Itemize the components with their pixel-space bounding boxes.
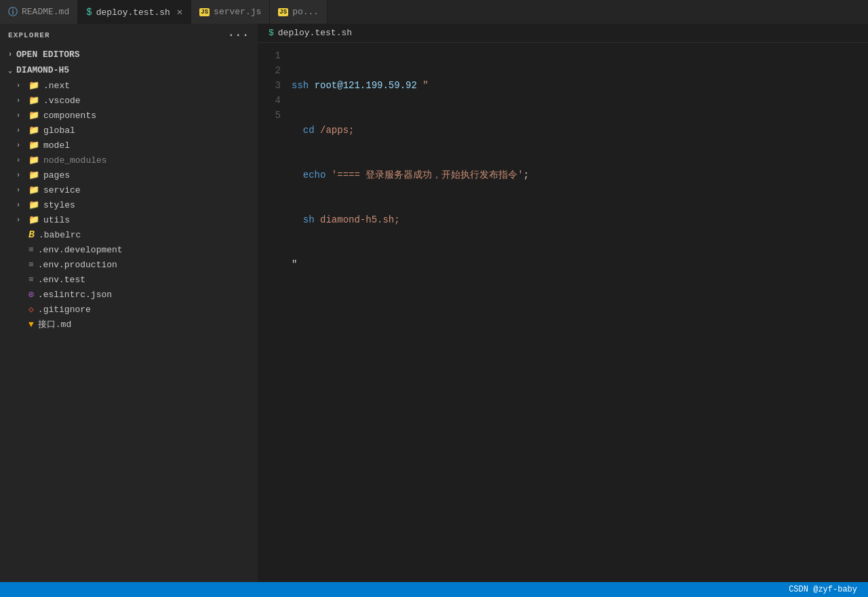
folder-icon-next: 📁 xyxy=(28,80,39,91)
line-numbers: 1 2 3 4 5 xyxy=(258,48,292,577)
env-icon-test: ≡ xyxy=(28,275,34,285)
folder-vscode[interactable]: › 📁 .vscode xyxy=(0,93,258,108)
sidebar: EXPLORER ··· › OPEN EDITORS ⌄ DIAMOND-H5… xyxy=(0,24,258,582)
folder-components[interactable]: › 📁 components xyxy=(0,108,258,123)
code-area[interactable]: 1 2 3 4 5 ssh root@121.199.59.92 " cd /a… xyxy=(258,43,868,582)
folder-global[interactable]: › 📁 global xyxy=(0,123,258,138)
git-icon: ◇ xyxy=(28,304,34,315)
editor-area: $ deploy.test.sh 1 2 3 4 5 ssh root@121.… xyxy=(258,24,868,582)
breadcrumb-filename: deploy.test.sh xyxy=(278,28,352,38)
explorer-actions[interactable]: ··· xyxy=(228,29,250,41)
tab-readme-label: README.md xyxy=(22,7,69,17)
folder-icon-pages: 📁 xyxy=(28,170,39,180)
breadcrumb-icon: $ xyxy=(269,28,274,38)
chevron-right-icon-utils: › xyxy=(16,216,24,224)
tab-deploy-label: deploy.test.sh xyxy=(96,7,170,18)
code-line-5: " xyxy=(292,257,868,272)
code-line-1: ssh root@121.199.59.92 " xyxy=(292,78,868,93)
section-diamond-h5[interactable]: ⌄ DIAMOND-H5 xyxy=(0,62,258,78)
chevron-right-icon-next: › xyxy=(16,82,24,90)
folder-model-label: model xyxy=(43,140,70,151)
info-icon: ⓘ xyxy=(8,6,18,18)
code-line-4: sh diamond-h5.sh; xyxy=(292,212,868,227)
tab-server[interactable]: JS server.js xyxy=(191,0,270,24)
code-content[interactable]: ssh root@121.199.59.92 " cd /apps; echo … xyxy=(292,48,868,577)
folder-icon-components: 📁 xyxy=(28,110,39,121)
folder-utils[interactable]: › 📁 utils xyxy=(0,212,258,227)
folder-pages-label: pages xyxy=(43,170,70,180)
folder-utils-label: utils xyxy=(43,215,70,225)
chevron-right-icon-vscode: › xyxy=(16,97,24,104)
folder-icon-service: 📁 xyxy=(28,185,39,195)
tab-deploy[interactable]: $ deploy.test.sh ✕ xyxy=(78,0,191,24)
status-bar: CSDN @zyf-baby xyxy=(0,582,868,597)
open-editors-label: OPEN EDITORS xyxy=(16,50,80,60)
md-icon: ▼ xyxy=(28,320,34,330)
tab-pos[interactable]: JS po... xyxy=(270,0,328,24)
file-babelrc[interactable]: B .babelrc xyxy=(0,227,258,242)
code-line-3: echo '==== 登录服务器成功，开始执行发布指令'; xyxy=(292,168,868,182)
tab-pos-label: po... xyxy=(292,7,319,17)
folder-node-modules-label: node_modules xyxy=(43,155,107,166)
diamond-h5-label: DIAMOND-H5 xyxy=(16,65,69,75)
folder-next-label: .next xyxy=(43,81,70,91)
file-env-test[interactable]: ≡ .env.test xyxy=(0,272,258,287)
folder-service[interactable]: › 📁 service xyxy=(0,182,258,197)
folder-node-modules[interactable]: › 📁 node_modules xyxy=(0,153,258,168)
file-eslint[interactable]: ⊙ .eslintrc.json xyxy=(0,287,258,302)
explorer-header: EXPLORER ··· xyxy=(0,24,258,47)
folder-service-label: service xyxy=(43,185,81,195)
folder-icon-utils: 📁 xyxy=(28,214,39,225)
tab-bar: ⓘ README.md $ deploy.test.sh ✕ JS server… xyxy=(0,0,868,24)
file-env-dev[interactable]: ≡ .env.development xyxy=(0,242,258,257)
folder-model[interactable]: › 📁 model xyxy=(0,138,258,153)
file-env-dev-label: .env.development xyxy=(38,245,123,255)
file-env-test-label: .env.test xyxy=(38,275,85,285)
attribution: CSDN @zyf-baby xyxy=(789,585,857,594)
folder-icon-vscode: 📁 xyxy=(28,95,39,106)
chevron-right-icon-model: › xyxy=(16,142,24,149)
file-gitignore-label: .gitignore xyxy=(38,305,91,315)
chevron-right-icon-global: › xyxy=(16,127,24,134)
tab-server-label: server.js xyxy=(214,7,261,17)
folder-next[interactable]: › 📁 .next xyxy=(0,78,258,93)
eslint-icon: ⊙ xyxy=(28,289,34,300)
explorer-title: EXPLORER xyxy=(8,31,50,39)
chevron-right-icon-pages: › xyxy=(16,172,24,179)
chevron-right-icon-node-modules: › xyxy=(16,157,24,164)
section-open-editors[interactable]: › OPEN EDITORS xyxy=(0,47,258,62)
file-env-prod[interactable]: ≡ .env.production xyxy=(0,257,258,272)
babel-icon: B xyxy=(28,229,35,241)
file-jiekou-md[interactable]: ▼ 接口.md xyxy=(0,317,258,332)
folder-components-label: components xyxy=(43,111,96,121)
close-icon[interactable]: ✕ xyxy=(177,7,182,17)
env-icon-dev: ≡ xyxy=(28,245,34,255)
chevron-right-icon-components: › xyxy=(16,112,24,119)
main-area: EXPLORER ··· › OPEN EDITORS ⌄ DIAMOND-H5… xyxy=(0,24,868,582)
file-gitignore[interactable]: ◇ .gitignore xyxy=(0,302,258,317)
dollar-icon: $ xyxy=(86,7,92,18)
tab-readme[interactable]: ⓘ README.md xyxy=(0,0,78,24)
folder-pages[interactable]: › 📁 pages xyxy=(0,168,258,182)
chevron-right-icon: › xyxy=(8,51,12,58)
code-line-2: cd /apps; xyxy=(292,123,868,138)
folder-icon-node-modules: 📁 xyxy=(28,155,39,166)
folder-vscode-label: .vscode xyxy=(43,96,81,106)
folder-styles-label: styles xyxy=(43,200,75,210)
file-babelrc-label: .babelrc xyxy=(39,230,81,240)
chevron-right-icon-styles: › xyxy=(16,201,24,209)
folder-icon-styles: 📁 xyxy=(28,199,39,210)
folder-icon-global: 📁 xyxy=(28,125,39,136)
env-icon-prod: ≡ xyxy=(28,260,34,270)
js-icon-2: JS xyxy=(278,8,288,16)
file-eslint-label: .eslintrc.json xyxy=(38,290,112,300)
js-icon: JS xyxy=(199,8,210,16)
breadcrumb: $ deploy.test.sh xyxy=(258,24,868,43)
chevron-down-icon: ⌄ xyxy=(8,66,12,75)
chevron-right-icon-service: › xyxy=(16,187,24,194)
file-jiekou-label: 接口.md xyxy=(38,318,71,330)
folder-styles[interactable]: › 📁 styles xyxy=(0,197,258,212)
file-env-prod-label: .env.production xyxy=(38,260,117,270)
folder-global-label: global xyxy=(43,126,75,136)
folder-icon-model: 📁 xyxy=(28,140,39,151)
